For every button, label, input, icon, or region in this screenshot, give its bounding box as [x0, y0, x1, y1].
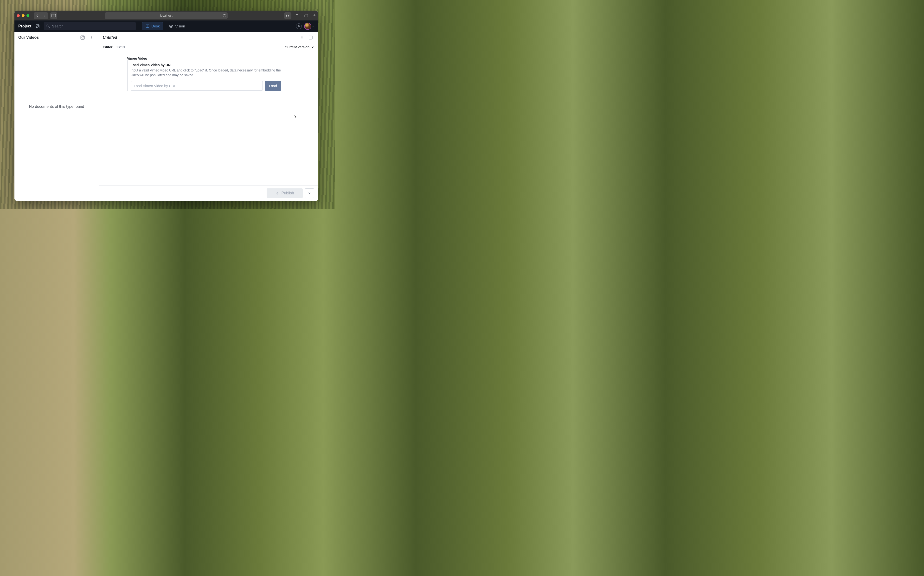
svg-point-18: [91, 37, 92, 38]
list-menu-button[interactable]: [88, 34, 95, 41]
safari-browser-window: localhost + Pro: [14, 11, 318, 201]
show-sidebar-button[interactable]: [50, 12, 57, 19]
create-button[interactable]: [35, 23, 40, 29]
compose-icon: [80, 35, 85, 40]
app-top-bar: Project Search Desk Vision 0: [14, 21, 318, 32]
svg-point-19: [91, 38, 92, 39]
password-autofill-button[interactable]: [284, 12, 291, 19]
empty-state-text: No documents of this type found: [29, 104, 84, 109]
chevron-down-icon: [312, 25, 314, 27]
list-header: Our Videos: [14, 32, 99, 43]
show-tabs-button[interactable]: [302, 12, 310, 19]
svg-point-22: [302, 38, 302, 39]
workspace: Our Videos No documents of this type fou…: [14, 32, 318, 201]
load-button[interactable]: Load: [265, 81, 281, 91]
reload-button[interactable]: [222, 14, 226, 17]
share-icon: [295, 14, 299, 18]
sidebar-icon: [51, 14, 56, 17]
workspace-nav: Desk Vision: [142, 22, 189, 30]
badge-count: 0: [298, 25, 300, 28]
avatar: [304, 22, 312, 30]
chevron-left-icon: [36, 14, 39, 17]
document-title: Untitled: [103, 35, 117, 40]
svg-rect-13: [146, 25, 149, 28]
new-document-button[interactable]: [79, 34, 86, 41]
vimeo-video-fieldset: Vimeo Video Load Vimeo Video by URL Inpu…: [127, 58, 281, 91]
url-text: localhost: [160, 14, 172, 17]
project-label[interactable]: Project: [18, 24, 31, 29]
share-button[interactable]: [293, 12, 301, 19]
svg-rect-9: [304, 15, 307, 17]
version-label: Current version: [285, 45, 309, 49]
desk-icon: [145, 24, 149, 28]
version-selector[interactable]: Current version: [285, 45, 314, 49]
document-header-actions: [298, 34, 314, 41]
dots-vertical-icon: [89, 35, 93, 40]
editor-body: Vimeo Video Load Vimeo Video by URL Inpu…: [99, 51, 318, 185]
empty-state: No documents of this type found: [14, 43, 99, 201]
svg-rect-0: [52, 14, 56, 17]
svg-point-15: [171, 26, 172, 27]
url-input-row: Load: [131, 81, 281, 91]
new-tab-button[interactable]: +: [312, 13, 316, 18]
svg-line-12: [49, 27, 50, 27]
publish-arrow-icon: [275, 191, 279, 195]
publish-label: Publish: [281, 191, 294, 195]
vimeo-url-input[interactable]: [131, 81, 263, 91]
eye-icon: [169, 24, 173, 28]
document-menu-button[interactable]: [298, 34, 305, 41]
svg-point-17: [91, 36, 92, 37]
search-icon: [46, 24, 50, 28]
publish-bar: Publish: [99, 185, 318, 201]
search-placeholder: Search: [52, 24, 64, 28]
document-editor-pane: Untitled Editor JSON Current version: [99, 32, 318, 201]
chrome-right-controls: +: [284, 12, 316, 19]
document-view-tabs: Editor JSON Current version: [99, 43, 318, 51]
svg-point-21: [302, 37, 302, 38]
maximize-window-button[interactable]: [26, 14, 29, 17]
list-actions: [79, 34, 95, 41]
tabs-icon: [304, 14, 308, 17]
publish-options-button[interactable]: [305, 189, 314, 198]
fieldset-title: Vimeo Video: [127, 56, 149, 61]
tab-editor[interactable]: Editor: [103, 45, 112, 49]
chevron-down-icon: [308, 192, 311, 195]
svg-point-20: [302, 36, 302, 37]
tasks-badge[interactable]: 0: [296, 23, 302, 29]
list-title: Our Videos: [18, 35, 39, 40]
global-search[interactable]: Search: [44, 22, 136, 30]
back-button[interactable]: [34, 12, 41, 19]
asterisks-icon: [286, 14, 290, 17]
svg-rect-23: [309, 36, 312, 39]
nav-tab-label: Desk: [151, 24, 160, 28]
nav-tab-vision[interactable]: Vision: [166, 22, 189, 30]
dots-vertical-icon: [300, 35, 304, 40]
document-header: Untitled: [99, 32, 318, 43]
window-traffic-lights: [17, 14, 29, 17]
nav-tab-label: Vision: [175, 24, 185, 28]
reload-icon: [222, 14, 226, 17]
split-pane-icon: [309, 35, 313, 40]
field-label: Load Vimeo Video by URL: [131, 63, 281, 67]
field-help-text: Input a valid Vimeo video URL and click …: [131, 68, 281, 78]
forward-button[interactable]: [41, 12, 48, 19]
tab-json[interactable]: JSON: [116, 45, 125, 49]
nav-history-group: [34, 12, 48, 19]
split-view-button[interactable]: [307, 34, 314, 41]
user-menu[interactable]: [304, 22, 314, 30]
minimize-window-button[interactable]: [22, 14, 24, 17]
nav-tab-desk[interactable]: Desk: [142, 22, 163, 30]
chevron-right-icon: [43, 14, 46, 17]
document-list-pane: Our Videos No documents of this type fou…: [14, 32, 99, 201]
browser-chrome: localhost +: [14, 11, 318, 21]
chevron-down-icon: [311, 45, 314, 49]
close-window-button[interactable]: [17, 14, 20, 17]
publish-button[interactable]: Publish: [267, 189, 303, 198]
url-bar[interactable]: localhost: [105, 12, 228, 19]
compose-icon: [35, 24, 40, 29]
appbar-right: 0: [296, 22, 314, 30]
